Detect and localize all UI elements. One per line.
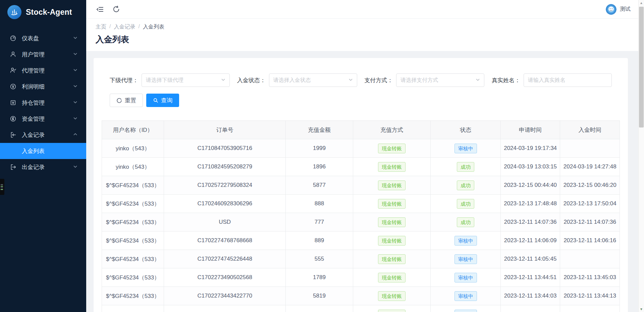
- user-menu[interactable]: 测试: [606, 4, 631, 15]
- sidebar-item-6[interactable]: 入金记录: [0, 127, 86, 143]
- select-placeholder: 请选择下级代理: [146, 77, 221, 84]
- col-header-0: 用户名称（ID）: [102, 121, 164, 139]
- topbar: 测试: [86, 0, 644, 19]
- sidebar-item-1[interactable]: 用户管理: [0, 46, 86, 62]
- cell-order: C1702274745226448: [164, 250, 286, 268]
- positions-icon: [9, 99, 17, 106]
- app-title: Stock-Agent: [26, 8, 72, 17]
- left-edge-badge[interactable]: [0, 179, 4, 195]
- cell-amount: 1999: [286, 139, 353, 158]
- cell-user: $^$GF45234（533）: [102, 287, 164, 305]
- cell-method: 现金转账: [353, 250, 431, 268]
- cell-user: $^$GF45234（533）: [102, 176, 164, 195]
- user-icon: [9, 51, 17, 58]
- table-row: $^$GF45234（533）C17025722795083245877现金转账…: [102, 176, 620, 195]
- app-logo-icon: [7, 5, 21, 19]
- reset-button[interactable]: 重置: [110, 94, 143, 107]
- cell-amount: 1896: [286, 158, 353, 176]
- breadcrumb-item-1[interactable]: 入金记录: [114, 23, 135, 31]
- chevron-up-icon: [73, 132, 77, 138]
- content: 下级代理：请选择下级代理入金状态：请选择入金状态支付方式：请选择支付方式真实姓名…: [86, 51, 644, 312]
- funds-icon: [9, 115, 17, 122]
- cell-method: 现金转账: [353, 305, 431, 312]
- cell-status: 成功: [431, 158, 500, 176]
- cell-amount: 5877: [286, 176, 353, 195]
- cell-method: 现金转账: [353, 139, 431, 158]
- sidebar-subitem-label: 入金列表: [22, 147, 45, 155]
- table-row: $^$GF45234（533）C17022734434227705819现金转账…: [102, 287, 620, 305]
- breadcrumb: 主页/入金记录/入金列表: [96, 23, 635, 31]
- cell-deposit-time: 2023-12-11 13:45:03: [560, 268, 620, 287]
- sidebar-collapse-icon[interactable]: [96, 5, 104, 14]
- cell-deposit-time: 2023-12-15 00:46:20: [560, 176, 620, 195]
- cell-status: 审核中: [431, 231, 500, 250]
- col-header-3: 充值方式: [353, 121, 431, 139]
- status-tag: 审核中: [454, 236, 477, 246]
- breadcrumb-item-0[interactable]: 主页: [96, 23, 106, 31]
- scroll-down-arrow[interactable]: ▼: [639, 306, 644, 312]
- sidebar-item-label: 持仓管理: [22, 99, 73, 107]
- filter-label: 真实姓名：: [492, 76, 520, 84]
- search-button[interactable]: 查询: [146, 94, 179, 107]
- filter-select-2[interactable]: 请选择支付方式: [396, 73, 484, 87]
- filter-select-0[interactable]: 请选择下级代理: [142, 73, 230, 87]
- cell-status: 审核中: [431, 250, 500, 268]
- sidebar-item-5[interactable]: 资金管理: [0, 111, 86, 127]
- filter-input-3[interactable]: [524, 73, 612, 87]
- cell-user: $^$GF45234（533）: [102, 195, 164, 213]
- page-header: 主页/入金记录/入金列表 入金列表: [86, 19, 644, 51]
- table-row: yinko（543）C17108245952082791896现金转账成功202…: [102, 158, 620, 176]
- cell-status: 审核中: [431, 305, 500, 312]
- filter-group-3: 真实姓名：: [492, 73, 612, 87]
- scrollbar-thumb[interactable]: [639, 7, 644, 127]
- sidebar-item-3[interactable]: 利润明细: [0, 79, 86, 95]
- cell-amount: [286, 305, 353, 312]
- cell-order: C1702273443422770: [164, 287, 286, 305]
- cell-status: 成功: [431, 176, 500, 195]
- filter-bar: 下级代理：请选择下级代理入金状态：请选择入金状态支付方式：请选择支付方式真实姓名…: [102, 66, 620, 87]
- cell-user: $^$GF45234（533）: [102, 250, 164, 268]
- scroll-up-arrow[interactable]: ▲: [639, 0, 644, 6]
- status-tag: 成功: [457, 217, 474, 227]
- chevron-down-icon: [73, 35, 77, 42]
- chevron-down-icon: [73, 115, 77, 122]
- status-tag: 成功: [457, 180, 474, 190]
- cell-user: $^$GF45234（533）: [102, 213, 164, 231]
- cell-deposit-time: 2023-12-11 14:07:36: [560, 213, 620, 231]
- cell-order: C1702273490502568: [164, 268, 286, 287]
- col-header-1: 订单号: [164, 121, 286, 139]
- method-tag: 现金转账: [378, 144, 406, 153]
- user-avatar: [606, 4, 616, 15]
- sidebar-item-7[interactable]: 出金记录: [0, 159, 86, 175]
- cell-status: 审核中: [431, 287, 500, 305]
- cell-order: C1710824595208279: [164, 158, 286, 176]
- cell-order: USD: [164, 213, 286, 231]
- sidebar-item-2[interactable]: 代理管理: [0, 62, 86, 79]
- cell-order: C1702460928306296: [164, 195, 286, 213]
- filter-select-1[interactable]: 请选择入金状态: [269, 73, 357, 87]
- username: 测试: [620, 6, 631, 13]
- refresh-icon[interactable]: [112, 5, 120, 14]
- table-row: $^$GF45234（533）C1702274768768668889现金转账审…: [102, 231, 620, 250]
- cell-method: 现金转账: [353, 176, 431, 195]
- sidebar-item-4[interactable]: 持仓管理: [0, 95, 86, 111]
- window-scrollbar[interactable]: ▲ ▼: [638, 0, 644, 312]
- status-tag: 成功: [457, 199, 474, 209]
- chevron-down-icon: [73, 51, 77, 58]
- cell-method: 现金转账: [353, 158, 431, 176]
- cell-deposit-time: 2024-03-19 14:27:48: [560, 158, 620, 176]
- cell-amount: 5819: [286, 287, 353, 305]
- cell-order: C1702274768768668: [164, 231, 286, 250]
- sidebar-item-label: 仪表盘: [22, 35, 73, 42]
- sidebar-item-label: 利润明细: [22, 83, 73, 91]
- sidebar-subitem-入金记录-0[interactable]: 入金列表: [0, 143, 86, 159]
- chevron-down-icon: [73, 99, 77, 106]
- sidebar: Stock-Agent 仪表盘用户管理代理管理利润明细持仓管理资金管理入金记录入…: [0, 0, 86, 312]
- agent-icon: [9, 67, 17, 74]
- filter-group-1: 入金状态：请选择入金状态: [237, 73, 357, 87]
- sidebar-item-0[interactable]: 仪表盘: [0, 30, 86, 46]
- cell-order: [164, 305, 286, 312]
- filter-group-0: 下级代理：请选择下级代理: [110, 73, 230, 87]
- sidebar-item-label: 出金记录: [22, 163, 73, 171]
- cell-apply-time: 2023-12-11 13:44:51: [500, 268, 560, 287]
